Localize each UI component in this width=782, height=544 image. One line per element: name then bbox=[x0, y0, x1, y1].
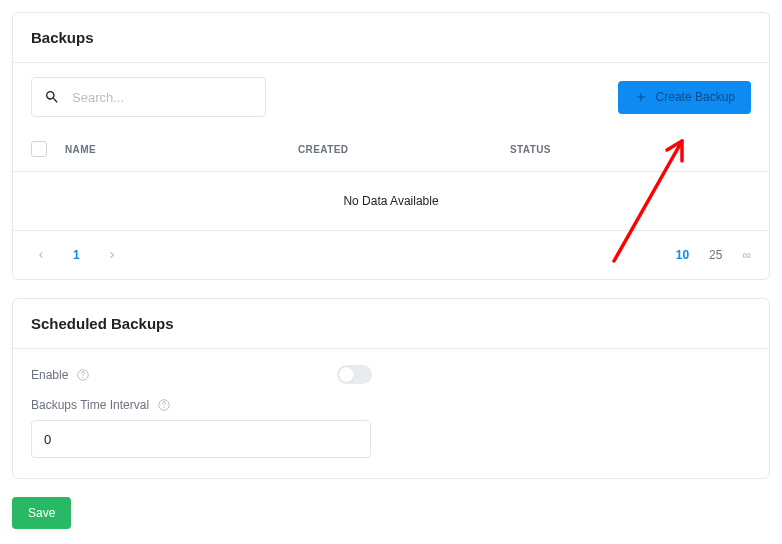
enable-label-wrap: Enable bbox=[31, 368, 337, 382]
current-page-number[interactable]: 1 bbox=[73, 248, 80, 262]
scheduled-card-body: Enable Backups Time Interval bbox=[13, 349, 769, 478]
pagination-nav: 1 bbox=[31, 245, 122, 265]
scheduled-backups-card: Scheduled Backups Enable Backups Time In… bbox=[12, 298, 770, 479]
chevron-right-icon bbox=[106, 249, 118, 261]
pagination-bar: 1 10 25 ∞ bbox=[13, 231, 769, 279]
help-icon[interactable] bbox=[76, 368, 90, 382]
backups-table-header: NAME CREATED STATUS bbox=[13, 131, 769, 172]
page-size-10[interactable]: 10 bbox=[676, 248, 689, 262]
no-data-message: No Data Available bbox=[13, 172, 769, 231]
prev-page-button[interactable] bbox=[31, 245, 51, 265]
column-created: CREATED bbox=[298, 144, 510, 155]
interval-row: Backups Time Interval bbox=[31, 398, 751, 458]
search-input[interactable] bbox=[72, 90, 253, 105]
backups-card: Backups Create Backup NAME CREATED STATU… bbox=[12, 12, 770, 280]
interval-label-wrap: Backups Time Interval bbox=[31, 398, 751, 412]
toggle-knob bbox=[339, 367, 354, 382]
enable-row: Enable bbox=[31, 365, 751, 384]
help-icon[interactable] bbox=[157, 398, 171, 412]
svg-point-1 bbox=[83, 377, 84, 378]
backups-card-title: Backups bbox=[13, 13, 769, 63]
scheduled-card-title: Scheduled Backups bbox=[13, 299, 769, 349]
chevron-left-icon bbox=[35, 249, 47, 261]
search-icon bbox=[44, 89, 60, 105]
plus-icon bbox=[634, 90, 648, 104]
backups-toolbar: Create Backup bbox=[13, 63, 769, 131]
create-backup-label: Create Backup bbox=[656, 90, 735, 104]
column-name: NAME bbox=[65, 144, 298, 155]
interval-label: Backups Time Interval bbox=[31, 398, 149, 412]
save-button[interactable]: Save bbox=[12, 497, 71, 529]
search-box[interactable] bbox=[31, 77, 266, 117]
enable-label: Enable bbox=[31, 368, 68, 382]
page-size-selector: 10 25 ∞ bbox=[676, 248, 751, 262]
enable-toggle[interactable] bbox=[337, 365, 372, 384]
svg-point-3 bbox=[164, 407, 165, 408]
select-all-checkbox[interactable] bbox=[31, 141, 47, 157]
create-backup-button[interactable]: Create Backup bbox=[618, 81, 751, 114]
page-size-25[interactable]: 25 bbox=[709, 248, 722, 262]
page-size-infinity[interactable]: ∞ bbox=[742, 248, 751, 262]
interval-input[interactable] bbox=[31, 420, 371, 458]
column-status: STATUS bbox=[510, 144, 551, 155]
next-page-button[interactable] bbox=[102, 245, 122, 265]
